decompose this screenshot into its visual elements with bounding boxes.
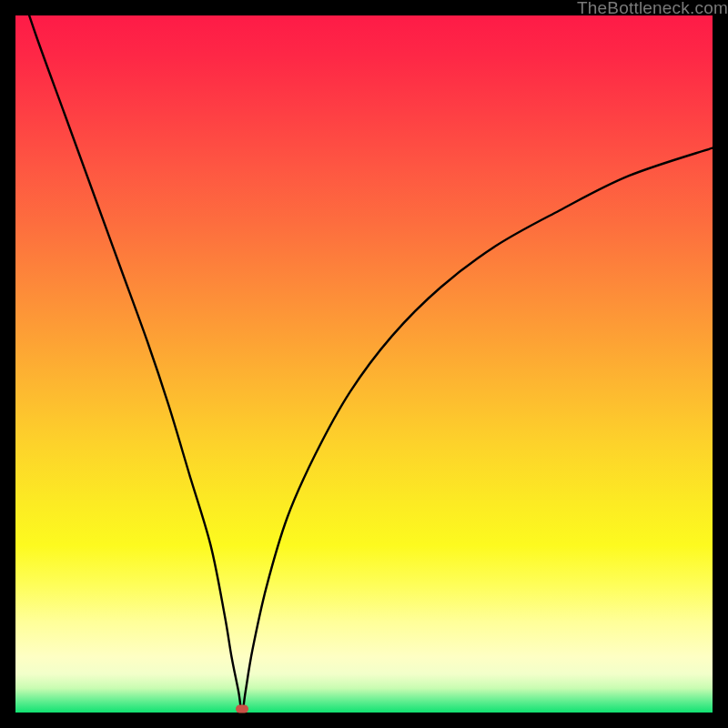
optimal-marker xyxy=(236,705,248,713)
watermark: TheBottleneck.com xyxy=(577,0,728,18)
background-gradient xyxy=(15,15,713,713)
plot-area xyxy=(15,15,713,713)
